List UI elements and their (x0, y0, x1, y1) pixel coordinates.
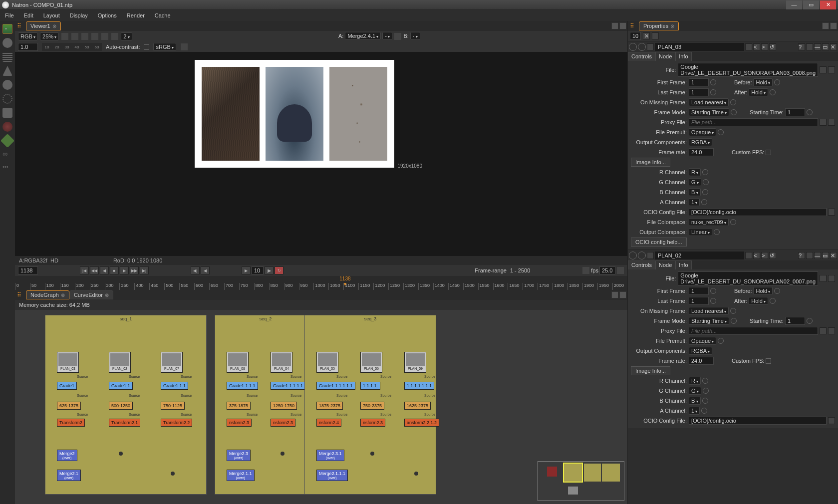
framerange-node[interactable]: 375-1875 (227, 402, 251, 410)
minimize-button[interactable]: — (786, 0, 802, 9)
pointer-tool-icon[interactable] (2, 24, 12, 34)
hide-icon[interactable] (806, 252, 813, 259)
b-input-select[interactable]: - (410, 32, 420, 40)
nodegraph-canvas[interactable]: seq_1PLAN_03SourceGrade1Source625-1375So… (15, 310, 627, 504)
lock-range-icon[interactable] (582, 266, 590, 274)
dropdown[interactable]: 1 (689, 198, 700, 206)
read-node[interactable]: PLAN_06 (360, 352, 382, 373)
sync-icon[interactable] (61, 32, 69, 40)
reload-icon[interactable] (828, 275, 835, 282)
colorspace-select[interactable]: sRGB (153, 43, 176, 51)
render-icon[interactable] (101, 32, 109, 40)
anim-knob-icon[interactable] (710, 89, 716, 95)
anim-knob-icon[interactable] (703, 179, 709, 185)
close-button[interactable]: ✕ (820, 0, 836, 9)
value-field[interactable]: 1 (689, 287, 709, 295)
close-panel-icon[interactable]: ✕ (830, 43, 837, 50)
read-node[interactable]: PLAN_03 (57, 352, 79, 373)
clip-icon[interactable] (81, 32, 89, 40)
proxy-file-field[interactable]: File path... (689, 327, 818, 335)
transform-node[interactable]: nsform2.3 (227, 419, 252, 427)
tab-node[interactable]: Node (655, 260, 675, 269)
dropdown[interactable]: 1 (689, 407, 700, 415)
node-name-field[interactable]: PLAN_02 (655, 252, 744, 259)
proxy-file-field[interactable]: File path... (689, 118, 818, 126)
anim-knob-icon[interactable] (714, 229, 720, 235)
value-field[interactable]: Google Drive/_LE_DESERT_DU_SONORA/PLAN02… (678, 271, 818, 285)
anim-knob-icon[interactable] (702, 398, 708, 404)
anim-knob-icon[interactable] (731, 109, 737, 115)
dropdown[interactable]: Opaque (689, 337, 716, 345)
node-name-field[interactable]: PLAN_03 (655, 43, 744, 51)
menu-render[interactable]: Render (122, 12, 150, 18)
read-node[interactable]: PLAN_09 (404, 352, 426, 373)
value-field[interactable]: 1 (689, 297, 709, 305)
framerange-node[interactable]: 625-1375 (57, 402, 81, 410)
transform-node[interactable]: nsform2.4 (316, 419, 341, 427)
framerange-node[interactable]: 500-1250 (109, 402, 133, 410)
grade-node[interactable]: Grade1 (57, 382, 77, 390)
undo-icon[interactable] (745, 252, 752, 259)
transform-node[interactable]: ansform2.2.1.2 (404, 419, 439, 427)
merge-node[interactable]: Merge2.3(over) (227, 450, 251, 461)
ocio-help-button[interactable]: OCIO config help... (631, 238, 687, 247)
hide-icon[interactable] (806, 43, 813, 50)
anim-knob-icon[interactable] (710, 79, 716, 85)
dropdown[interactable]: G (689, 178, 701, 186)
dropdown[interactable]: RGBA (689, 347, 712, 355)
anim-knob-icon[interactable] (807, 318, 813, 324)
custom-fps-checkbox[interactable] (766, 150, 771, 155)
autocontrast-checkbox[interactable] (144, 44, 149, 50)
framerange-node[interactable]: 1250-1750 (271, 402, 297, 410)
float-icon[interactable] (822, 22, 829, 29)
next-icon[interactable]: > (761, 252, 768, 259)
grade-node[interactable]: Grade1.1.1.1.1 (271, 382, 305, 390)
minimize-panels-icon[interactable] (652, 32, 659, 39)
prev-icon[interactable]: < (753, 252, 760, 259)
anim-knob-icon[interactable] (730, 99, 736, 105)
next-step-button[interactable]: ▶ (242, 266, 251, 274)
grade-node[interactable]: 1.1.1.1.1.1.1 (404, 382, 434, 390)
color-swatch[interactable] (647, 43, 654, 50)
grade-node[interactable]: Grade1.1.1 (161, 382, 188, 390)
merge-node[interactable]: Merge2(over) (57, 450, 77, 461)
dropdown[interactable]: Opaque (689, 128, 716, 136)
tab-nodegraph[interactable]: NodeGraph⊗ (26, 290, 69, 299)
menu-layout[interactable]: Layout (38, 12, 65, 18)
anim-knob-icon[interactable] (774, 288, 780, 294)
tool-icon[interactable]: ••• (2, 164, 12, 174)
anim-knob-icon[interactable] (701, 408, 707, 414)
loop-button[interactable]: ↻ (275, 266, 283, 274)
value-field[interactable]: 1 (785, 108, 805, 116)
anim-knob-icon[interactable] (702, 169, 708, 175)
menu-file[interactable]: File (0, 12, 19, 18)
anim-knob-icon[interactable] (718, 129, 724, 135)
undo-icon[interactable] (745, 43, 752, 50)
prev-incr-button[interactable]: ◀| (191, 266, 200, 274)
anim-knob-icon[interactable] (703, 388, 709, 394)
grade-node[interactable]: Grade1.1.1.1 (227, 382, 258, 390)
anim-knob-icon[interactable] (710, 298, 716, 304)
tool-icon[interactable] (2, 122, 12, 132)
first-frame-button[interactable]: |◀ (80, 266, 89, 274)
float-icon[interactable] (611, 22, 618, 29)
anim-knob-icon[interactable] (731, 318, 737, 324)
restore-icon[interactable]: ↺ (769, 43, 776, 50)
framerange-node[interactable]: 1625-2375 (404, 402, 431, 410)
anim-knob-icon[interactable] (718, 338, 724, 344)
dot-node[interactable] (119, 452, 123, 456)
menu-edit[interactable]: Edit (19, 12, 38, 18)
restore-icon[interactable]: ↺ (769, 252, 776, 259)
value-field[interactable]: 1 (689, 88, 709, 96)
merge-node[interactable]: Merge2.1.1.1(over) (316, 470, 348, 481)
read-node[interactable]: PLAN_07 (161, 352, 183, 373)
next-key-button[interactable]: ▶▶ (130, 266, 139, 274)
read-node[interactable]: PLAN_08 (227, 352, 249, 373)
help-icon[interactable]: ? (798, 252, 805, 259)
tab-controls[interactable]: Controls (628, 52, 655, 61)
menu-display[interactable]: Display (65, 12, 93, 18)
menu-cache[interactable]: Cache (150, 12, 176, 18)
dropdown[interactable]: Hold (749, 88, 768, 96)
dropdown[interactable]: G (689, 387, 701, 395)
ab-mode-select[interactable]: - (382, 32, 392, 40)
